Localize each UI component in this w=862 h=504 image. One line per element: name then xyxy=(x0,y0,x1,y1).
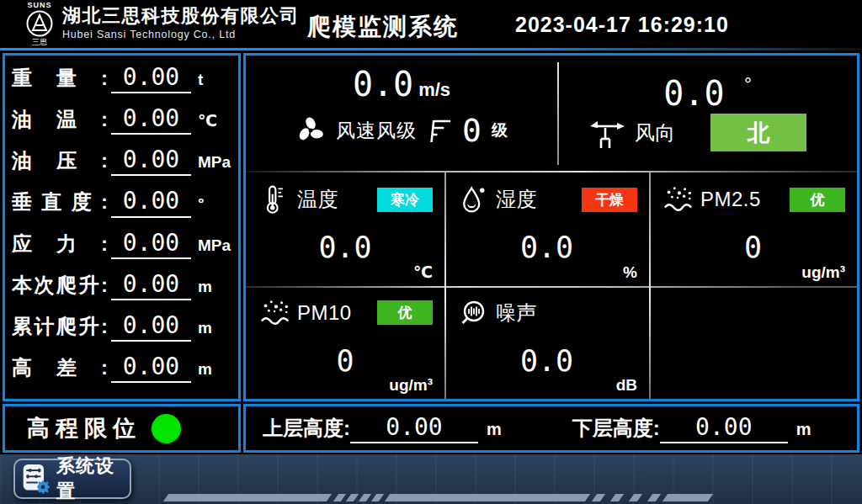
sensor-cell-humidity: 湿度 干燥 0.0 % xyxy=(444,172,649,286)
upper-height-label: 上层高度: xyxy=(263,415,350,442)
sensor-unit: % xyxy=(623,263,637,282)
lower-height-value: 0.00 xyxy=(660,413,788,443)
sensor-grid: 温度 寒冷 0.0 ℃ 湿度 干燥 xyxy=(246,172,857,399)
logo-icon xyxy=(25,9,54,38)
wind-direction-cell: 0.0° 风向 北 xyxy=(557,56,859,171)
measurement-unit: MPa xyxy=(198,236,230,255)
upper-height-unit: m xyxy=(487,420,502,439)
sensor-label: 温度 xyxy=(297,186,338,213)
upper-height-group: 上层高度: 0.00 m xyxy=(263,413,502,443)
measurement-value: 0.00 xyxy=(111,353,191,383)
measurement-label: 应力: xyxy=(12,231,108,257)
measurement-value: 0.00 xyxy=(111,146,191,176)
measurement-value: 0.00 xyxy=(111,188,191,217)
measurement-label: 油压: xyxy=(12,147,108,174)
wind-speed-label: 风速风级 xyxy=(336,118,417,144)
wind-level-icon xyxy=(427,117,452,144)
row-verticality: 垂直度: 0.00 ° xyxy=(12,188,230,226)
elevation-limit-label: 高程限位 xyxy=(27,413,141,443)
measurement-value: 0.00 xyxy=(111,105,191,135)
measurement-unit: ℃ xyxy=(198,111,230,130)
datetime: 2023-04-17 16:29:10 xyxy=(515,13,729,37)
wind-speed-value: 0.0m/s xyxy=(246,66,557,109)
sensor-cell-temperature: 温度 寒冷 0.0 ℃ xyxy=(246,172,444,286)
sensor-unit: ug/m³ xyxy=(801,263,845,282)
lower-height-label: 下层高度: xyxy=(572,415,660,442)
pm10-status-badge: 优 xyxy=(377,300,433,325)
measurement-unit: m xyxy=(198,319,230,337)
logo-suns-text: SUNS xyxy=(27,1,51,9)
row-oil-temp: 油温: 0.00 ℃ xyxy=(12,105,230,144)
wind-level-unit: 级 xyxy=(492,119,508,141)
monitoring-dashboard: SUNS 三思 湖北三思科技股份有限公司 Hubei Sansi Technol… xyxy=(0,0,862,504)
page-title: 爬模监测系统 xyxy=(285,11,482,43)
lower-height-unit: m xyxy=(796,420,811,439)
row-oil-pressure: 油压: 0.00 MPa xyxy=(12,146,230,185)
sensor-label: PM10 xyxy=(297,301,352,325)
sensor-unit: dB xyxy=(616,376,637,395)
measurement-label: 垂直度: xyxy=(12,188,108,215)
sensor-cell-pm10: PM10 优 0 ug/m³ xyxy=(246,286,444,400)
wind-direction-badge: 北 xyxy=(710,114,806,151)
dust-icon xyxy=(259,298,290,328)
measurement-unit: m xyxy=(198,360,230,379)
elevation-limit-panel: 高程限位 xyxy=(3,404,241,453)
divider xyxy=(557,62,559,165)
measurement-value: 0.00 xyxy=(111,230,191,259)
sensor-value: 0 xyxy=(654,231,852,263)
header: SUNS 三思 湖北三思科技股份有限公司 Hubei Sansi Technol… xyxy=(0,0,862,48)
wind-direction-label: 风向 xyxy=(635,119,675,146)
fan-icon xyxy=(295,115,326,146)
noise-icon xyxy=(458,298,488,328)
sensor-label: PM2.5 xyxy=(700,188,761,211)
lower-height-group: 下层高度: 0.00 m xyxy=(572,413,811,443)
sensor-value: 0.0 xyxy=(450,345,644,377)
decorative-stripe xyxy=(0,494,862,501)
measurement-unit: ° xyxy=(198,194,230,213)
upper-height-value: 0.00 xyxy=(350,413,478,443)
sensor-unit: ℃ xyxy=(413,263,433,282)
row-total-climb: 累计爬升: 0.00 m xyxy=(12,312,230,351)
footer-bar: 系统设置 xyxy=(0,454,862,504)
company-logo: SUNS 三思 湖北三思科技股份有限公司 Hubei Sansi Technol… xyxy=(20,1,300,46)
measurement-value: 0.00 xyxy=(111,312,191,342)
dust-icon xyxy=(662,184,693,215)
sensor-cell-noise: 噪声 0.0 dB xyxy=(444,286,649,400)
company-name-en: Hubei Sansi Technology Co., Ltd xyxy=(62,29,300,40)
sensor-label: 噪声 xyxy=(496,300,537,326)
wind-vane-icon xyxy=(588,116,626,150)
sensor-label: 湿度 xyxy=(496,186,537,213)
wind-speed-cell: 0.0m/s 风速风级 0 级 xyxy=(246,56,557,171)
measurement-label: 重量: xyxy=(12,65,108,92)
elevation-status-indicator xyxy=(152,414,181,443)
measurement-label: 累计爬升: xyxy=(12,313,108,340)
row-height-diff: 高差: 0.00 m xyxy=(12,353,230,392)
measurement-label: 高差: xyxy=(12,354,108,381)
measurements-panel: 重量: 0.00 t 油温: 0.00 ℃ 油压: 0.00 MPa 垂直度: … xyxy=(3,53,241,401)
sensor-value: 0.0 xyxy=(450,231,644,263)
layer-heights-panel: 上层高度: 0.00 m 下层高度: 0.00 m xyxy=(243,404,859,453)
row-stress: 应力: 0.00 MPa xyxy=(12,230,230,268)
wind-speed-unit: m/s xyxy=(418,79,450,100)
row-weight: 重量: 0.00 t xyxy=(12,64,230,103)
environment-panel: 0.0m/s 风速风级 0 级 xyxy=(243,53,859,401)
measurement-unit: t xyxy=(198,71,230,89)
measurement-value: 0.00 xyxy=(111,271,191,300)
header-divider xyxy=(0,48,862,50)
measurement-unit: m xyxy=(198,278,230,296)
sensor-value: 0.0 xyxy=(251,231,439,263)
measurement-label: 油温: xyxy=(12,106,108,133)
wind-direction-value: 0.0° xyxy=(557,66,859,112)
wind-direction-unit: ° xyxy=(743,74,753,94)
sensor-cell-pm25: PM2.5 优 0 ug/m³ xyxy=(649,172,857,286)
sensor-value: 0 xyxy=(251,345,439,377)
settings-sliders-gear-icon xyxy=(21,463,51,495)
humidity-status-badge: 干燥 xyxy=(582,188,637,212)
settings-button[interactable]: 系统设置 xyxy=(13,459,131,499)
sensor-unit: ug/m³ xyxy=(389,376,433,395)
temperature-status-badge: 寒冷 xyxy=(377,188,433,212)
row-current-climb: 本次爬升: 0.00 m xyxy=(12,271,230,310)
logo-mark-text: 三思 xyxy=(32,38,47,46)
droplet-icon xyxy=(458,184,488,215)
wind-level-value: 0 xyxy=(462,114,482,147)
